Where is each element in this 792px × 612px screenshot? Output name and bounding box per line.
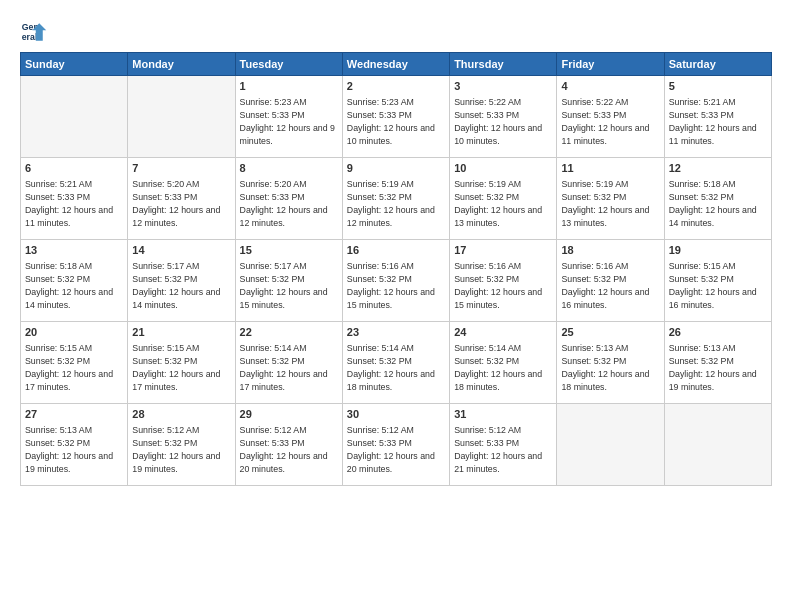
day-cell: 14Sunrise: 5:17 AMSunset: 5:32 PMDayligh…: [128, 240, 235, 322]
daylight-text: Daylight: 12 hours and 14 minutes.: [132, 287, 220, 310]
sunrise-text: Sunrise: 5:22 AM: [454, 97, 521, 107]
day-number: 10: [454, 161, 552, 176]
day-cell: 19Sunrise: 5:15 AMSunset: 5:32 PMDayligh…: [664, 240, 771, 322]
header-day-sunday: Sunday: [21, 53, 128, 76]
day-cell: 27Sunrise: 5:13 AMSunset: 5:32 PMDayligh…: [21, 404, 128, 486]
calendar-header: SundayMondayTuesdayWednesdayThursdayFrid…: [21, 53, 772, 76]
sunset-text: Sunset: 5:33 PM: [240, 192, 305, 202]
day-cell: 31Sunrise: 5:12 AMSunset: 5:33 PMDayligh…: [450, 404, 557, 486]
daylight-text: Daylight: 12 hours and 13 minutes.: [454, 205, 542, 228]
day-number: 22: [240, 325, 338, 340]
day-number: 6: [25, 161, 123, 176]
day-info: Sunrise: 5:21 AMSunset: 5:33 PMDaylight:…: [669, 96, 767, 147]
sunset-text: Sunset: 5:32 PM: [25, 438, 90, 448]
sunset-text: Sunset: 5:32 PM: [669, 356, 734, 366]
sunset-text: Sunset: 5:33 PM: [669, 110, 734, 120]
day-number: 11: [561, 161, 659, 176]
sunrise-text: Sunrise: 5:14 AM: [454, 343, 521, 353]
day-info: Sunrise: 5:16 AMSunset: 5:32 PMDaylight:…: [561, 260, 659, 311]
day-cell: 17Sunrise: 5:16 AMSunset: 5:32 PMDayligh…: [450, 240, 557, 322]
daylight-text: Daylight: 12 hours and 17 minutes.: [132, 369, 220, 392]
sunset-text: Sunset: 5:33 PM: [132, 192, 197, 202]
header: Gen eral: [20, 18, 772, 46]
day-cell: 12Sunrise: 5:18 AMSunset: 5:32 PMDayligh…: [664, 158, 771, 240]
day-info: Sunrise: 5:15 AMSunset: 5:32 PMDaylight:…: [669, 260, 767, 311]
day-info: Sunrise: 5:19 AMSunset: 5:32 PMDaylight:…: [347, 178, 445, 229]
week-row-2: 6Sunrise: 5:21 AMSunset: 5:33 PMDaylight…: [21, 158, 772, 240]
sunrise-text: Sunrise: 5:14 AM: [347, 343, 414, 353]
day-info: Sunrise: 5:14 AMSunset: 5:32 PMDaylight:…: [454, 342, 552, 393]
day-info: Sunrise: 5:19 AMSunset: 5:32 PMDaylight:…: [561, 178, 659, 229]
sunrise-text: Sunrise: 5:19 AM: [454, 179, 521, 189]
day-info: Sunrise: 5:17 AMSunset: 5:32 PMDaylight:…: [132, 260, 230, 311]
day-info: Sunrise: 5:23 AMSunset: 5:33 PMDaylight:…: [240, 96, 338, 147]
day-info: Sunrise: 5:12 AMSunset: 5:33 PMDaylight:…: [240, 424, 338, 475]
sunset-text: Sunset: 5:33 PM: [347, 438, 412, 448]
sunset-text: Sunset: 5:33 PM: [240, 438, 305, 448]
day-cell: 29Sunrise: 5:12 AMSunset: 5:33 PMDayligh…: [235, 404, 342, 486]
day-info: Sunrise: 5:13 AMSunset: 5:32 PMDaylight:…: [561, 342, 659, 393]
day-number: 18: [561, 243, 659, 258]
daylight-text: Daylight: 12 hours and 19 minutes.: [669, 369, 757, 392]
daylight-text: Daylight: 12 hours and 16 minutes.: [669, 287, 757, 310]
day-number: 20: [25, 325, 123, 340]
sunset-text: Sunset: 5:32 PM: [454, 356, 519, 366]
daylight-text: Daylight: 12 hours and 12 minutes.: [240, 205, 328, 228]
day-info: Sunrise: 5:17 AMSunset: 5:32 PMDaylight:…: [240, 260, 338, 311]
day-number: 9: [347, 161, 445, 176]
day-cell: 1Sunrise: 5:23 AMSunset: 5:33 PMDaylight…: [235, 76, 342, 158]
day-number: 1: [240, 79, 338, 94]
calendar-table: SundayMondayTuesdayWednesdayThursdayFrid…: [20, 52, 772, 486]
day-number: 26: [669, 325, 767, 340]
sunrise-text: Sunrise: 5:12 AM: [132, 425, 199, 435]
day-cell: 15Sunrise: 5:17 AMSunset: 5:32 PMDayligh…: [235, 240, 342, 322]
week-row-3: 13Sunrise: 5:18 AMSunset: 5:32 PMDayligh…: [21, 240, 772, 322]
sunrise-text: Sunrise: 5:13 AM: [669, 343, 736, 353]
sunset-text: Sunset: 5:33 PM: [25, 192, 90, 202]
daylight-text: Daylight: 12 hours and 13 minutes.: [561, 205, 649, 228]
sunset-text: Sunset: 5:32 PM: [347, 192, 412, 202]
day-info: Sunrise: 5:16 AMSunset: 5:32 PMDaylight:…: [347, 260, 445, 311]
day-cell: 3Sunrise: 5:22 AMSunset: 5:33 PMDaylight…: [450, 76, 557, 158]
sunset-text: Sunset: 5:32 PM: [347, 356, 412, 366]
day-number: 24: [454, 325, 552, 340]
day-number: 2: [347, 79, 445, 94]
day-number: 15: [240, 243, 338, 258]
daylight-text: Daylight: 12 hours and 21 minutes.: [454, 451, 542, 474]
sunset-text: Sunset: 5:32 PM: [561, 192, 626, 202]
sunrise-text: Sunrise: 5:16 AM: [347, 261, 414, 271]
sunset-text: Sunset: 5:32 PM: [669, 274, 734, 284]
daylight-text: Daylight: 12 hours and 18 minutes.: [454, 369, 542, 392]
day-number: 25: [561, 325, 659, 340]
daylight-text: Daylight: 12 hours and 18 minutes.: [347, 369, 435, 392]
day-number: 30: [347, 407, 445, 422]
sunset-text: Sunset: 5:32 PM: [454, 192, 519, 202]
sunrise-text: Sunrise: 5:19 AM: [561, 179, 628, 189]
day-info: Sunrise: 5:21 AMSunset: 5:33 PMDaylight:…: [25, 178, 123, 229]
day-number: 12: [669, 161, 767, 176]
day-number: 14: [132, 243, 230, 258]
day-cell: [557, 404, 664, 486]
day-cell: 2Sunrise: 5:23 AMSunset: 5:33 PMDaylight…: [342, 76, 449, 158]
day-info: Sunrise: 5:13 AMSunset: 5:32 PMDaylight:…: [25, 424, 123, 475]
sunset-text: Sunset: 5:32 PM: [25, 274, 90, 284]
day-number: 19: [669, 243, 767, 258]
day-cell: 30Sunrise: 5:12 AMSunset: 5:33 PMDayligh…: [342, 404, 449, 486]
day-info: Sunrise: 5:14 AMSunset: 5:32 PMDaylight:…: [347, 342, 445, 393]
day-number: 28: [132, 407, 230, 422]
sunset-text: Sunset: 5:32 PM: [454, 274, 519, 284]
day-info: Sunrise: 5:22 AMSunset: 5:33 PMDaylight:…: [561, 96, 659, 147]
sunrise-text: Sunrise: 5:17 AM: [132, 261, 199, 271]
day-number: 13: [25, 243, 123, 258]
sunrise-text: Sunrise: 5:14 AM: [240, 343, 307, 353]
daylight-text: Daylight: 12 hours and 16 minutes.: [561, 287, 649, 310]
day-cell: 8Sunrise: 5:20 AMSunset: 5:33 PMDaylight…: [235, 158, 342, 240]
sunset-text: Sunset: 5:33 PM: [561, 110, 626, 120]
day-cell: 18Sunrise: 5:16 AMSunset: 5:32 PMDayligh…: [557, 240, 664, 322]
day-number: 3: [454, 79, 552, 94]
day-cell: 9Sunrise: 5:19 AMSunset: 5:32 PMDaylight…: [342, 158, 449, 240]
day-cell: [128, 76, 235, 158]
day-info: Sunrise: 5:12 AMSunset: 5:32 PMDaylight:…: [132, 424, 230, 475]
daylight-text: Daylight: 12 hours and 12 minutes.: [132, 205, 220, 228]
header-day-saturday: Saturday: [664, 53, 771, 76]
